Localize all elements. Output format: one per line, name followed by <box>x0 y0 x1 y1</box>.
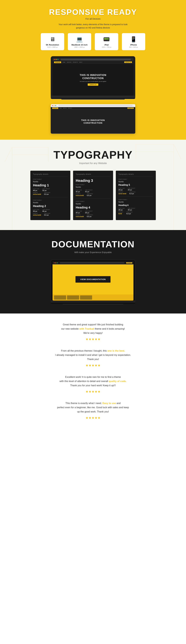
second-browser-mockup: TRANKAD HOME SERVICES PROJECTS CONTACT U… <box>51 104 135 134</box>
device-macbook-name: MacBook 15 inch <box>71 44 88 46</box>
heading-5-label: Heading 5 <box>119 184 153 186</box>
phone-icon: 📱 <box>125 36 142 42</box>
typo-card-1: Typography details FONT FAMILY Nunito He… <box>30 171 70 220</box>
device-iphone-name: iPhone <box>125 44 142 46</box>
testimonial-2-text: From all the previous themes I bought, t… <box>40 349 146 362</box>
device-5k-name: 5K Resolution <box>44 44 61 46</box>
heading-4-label: Heading 4 <box>76 206 110 209</box>
responsive-subtitle: For all Devices <box>3 18 183 20</box>
documentation-title: DOCUMENTATION <box>3 239 183 250</box>
responsive-section: RESPONSIVE READY For all Devices Your wo… <box>0 0 186 140</box>
typo-card-1-title: Typography details <box>33 174 68 176</box>
testimonial-2-stars: ★★★★★ <box>40 364 146 368</box>
typo-card-3: Typography details FONT FAMILY Nunito He… <box>116 171 156 220</box>
monitor-icon: 🖥 <box>44 36 61 42</box>
typography-section: TYPOGRAPHY Important for any Website Typ… <box>0 140 186 230</box>
documentation-subtitle: Will make your Experience Enjoyable <box>3 251 183 254</box>
device-5k: 🖥 5K Resolution 5120 × 2880 px <box>41 33 64 50</box>
devices-row: 🖥 5K Resolution 5120 × 2880 px 💻 MacBook… <box>3 33 183 50</box>
testimonial-3-text: Excellent work! It is quite rare for me … <box>40 375 146 388</box>
documentation-section: DOCUMENTATION Will make your Experience … <box>0 230 186 314</box>
testimonial-1-stars: ★★★★★ <box>40 337 146 341</box>
typo-card-2: Typography details Heading 3 FONT FAMILY… <box>73 171 113 220</box>
heading-6-label: Heading 6 <box>119 204 153 206</box>
testimonial-4-stars: ★★★★★ <box>40 416 146 420</box>
device-ipad: 📟 iPad 1024 × 768 px <box>95 33 118 50</box>
testimonial-1: Great theme and great support! We just f… <box>40 322 146 341</box>
heading-2-label: Heading 2 <box>33 204 68 208</box>
laptop-mockup: TRANKAD HOME SERVICES PROJECTS ABOUT CON… <box>51 56 135 100</box>
device-iphone-res: 960 × 640 px <box>125 46 142 48</box>
typography-subtitle: Important for any Website <box>3 162 183 165</box>
device-macbook: 💻 MacBook 15 inch 2880 × 1800 px <box>68 33 91 50</box>
device-ipad-res: 1024 × 768 px <box>98 46 115 48</box>
heading-3-label: Heading 3 <box>76 178 110 183</box>
laptop-icon: 💻 <box>71 36 88 42</box>
typo-card-2-title: Typography details <box>76 174 110 176</box>
laptop-headline: THIS IS INNOVATIONCONSTRUCTION <box>80 74 107 80</box>
testimonial-2: From all the previous themes I bought, t… <box>40 349 146 368</box>
device-macbook-res: 2880 × 1800 px <box>71 46 88 48</box>
heading-1-label: Heading 1 <box>33 184 68 187</box>
typo-card-3-title: Typography details <box>119 174 153 176</box>
device-5k-res: 5120 × 2880 px <box>44 46 61 48</box>
device-iphone: 📱 iPhone 960 × 640 px <box>122 33 145 50</box>
typography-cards: Typography details FONT FAMILY Nunito He… <box>3 171 183 220</box>
typography-title: TYPOGRAPHY <box>3 149 183 161</box>
testimonial-1-text: Great theme and great support! We just f… <box>40 322 146 335</box>
tablet-icon: 📟 <box>98 36 115 42</box>
testimonial-3: Excellent work! It is quite rare for me … <box>40 375 146 394</box>
device-ipad-name: iPad <box>98 44 115 46</box>
responsive-description: Your work will look better, every elemen… <box>57 23 129 30</box>
view-documentation-button[interactable]: VIEW DOCUMENTATION <box>75 276 111 282</box>
responsive-title: RESPONSIVE READY <box>3 8 183 16</box>
testimonial-4-text: This theme is exactly what I need. Easy … <box>40 401 146 414</box>
testimonials-section: Great theme and great support! We just f… <box>0 314 186 436</box>
testimonial-4: This theme is exactly what I need. Easy … <box>40 401 146 420</box>
testimonial-3-stars: ★★★★★ <box>40 390 146 394</box>
doc-laptop-mockup: TRANKAD VIEW DOCUMENTATION <box>51 260 135 304</box>
